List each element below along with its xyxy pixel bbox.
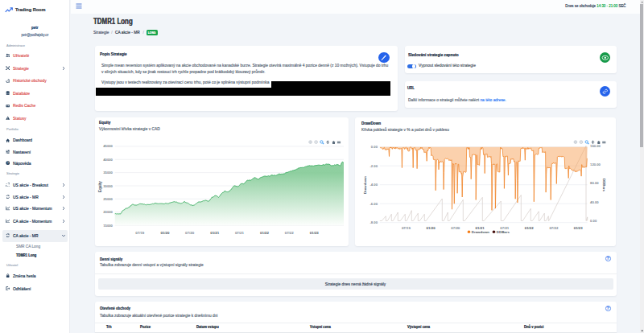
svg-text:120.00: 120.00 bbox=[590, 162, 601, 166]
svg-text:40.00: 40.00 bbox=[590, 200, 599, 204]
svg-text:07/22: 07/22 bbox=[285, 231, 295, 235]
svg-text:01/22: 01/22 bbox=[260, 231, 270, 235]
svg-text:-8.00: -8.00 bbox=[369, 220, 378, 224]
svg-text:20000: 20000 bbox=[103, 210, 113, 214]
svg-text:01/22: 01/22 bbox=[524, 226, 534, 230]
svg-text:30000: 30000 bbox=[103, 184, 113, 188]
svg-text:DDBars: DDBars bbox=[602, 179, 606, 191]
svg-text:Equity: Equity bbox=[98, 181, 102, 192]
svg-text:01/20: 01/20 bbox=[426, 226, 436, 230]
svg-text:01/21: 01/21 bbox=[210, 231, 220, 235]
svg-text:80.00: 80.00 bbox=[590, 181, 599, 185]
svg-text:07/20: 07/20 bbox=[185, 231, 195, 235]
svg-text:Drawdown: Drawdown bbox=[363, 176, 367, 194]
svg-text:0.00: 0.00 bbox=[371, 145, 378, 149]
svg-text:25000: 25000 bbox=[103, 197, 113, 201]
svg-text:07/20: 07/20 bbox=[451, 226, 460, 230]
svg-text:-6.00: -6.00 bbox=[369, 202, 378, 206]
svg-text:0.00: 0.00 bbox=[590, 219, 597, 223]
svg-text:07/21: 07/21 bbox=[235, 231, 245, 235]
svg-text:?: ? bbox=[7, 162, 9, 165]
svg-text:01/23: 01/23 bbox=[573, 226, 583, 230]
svg-text:DDBars: DDBars bbox=[496, 230, 510, 234]
svg-text:07/19: 07/19 bbox=[135, 231, 145, 235]
svg-text:-2.00: -2.00 bbox=[369, 164, 378, 168]
svg-text:160.00: 160.00 bbox=[590, 144, 601, 148]
svg-text:15000: 15000 bbox=[103, 224, 113, 228]
svg-text:-4.00: -4.00 bbox=[369, 183, 378, 187]
svg-text:01/20: 01/20 bbox=[160, 231, 170, 235]
svg-text:45000: 45000 bbox=[103, 144, 113, 148]
svg-text:40000: 40000 bbox=[103, 158, 113, 162]
svg-text:35000: 35000 bbox=[103, 171, 113, 175]
svg-text:07/22: 07/22 bbox=[549, 226, 559, 230]
svg-text:01/23: 01/23 bbox=[310, 231, 320, 235]
svg-text:Drawdown: Drawdown bbox=[471, 230, 489, 234]
svg-text:07/19: 07/19 bbox=[402, 226, 411, 230]
